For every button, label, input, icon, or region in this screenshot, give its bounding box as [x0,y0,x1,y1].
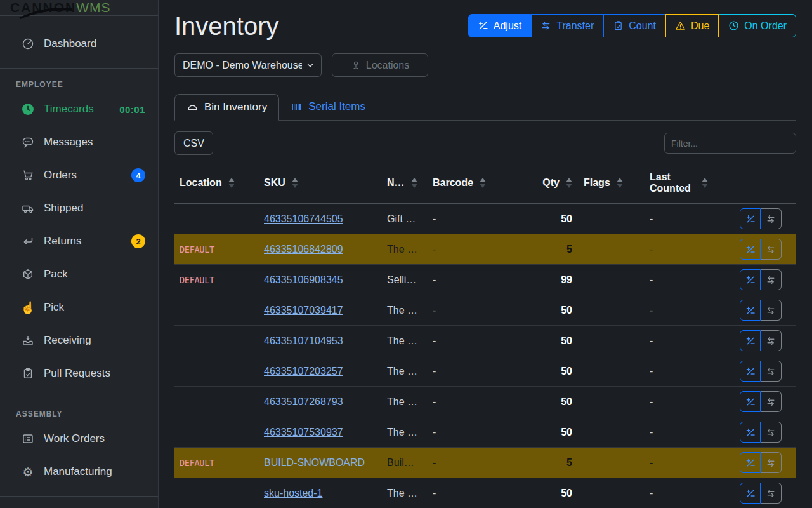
cell-name: Buil… [382,457,428,469]
sidebar-item-label: Returns [44,235,82,248]
cell-sku: 46335106908345 [259,274,382,286]
row-adjust-button[interactable] [740,330,761,351]
sku-link[interactable]: sku-hosted-1 [264,488,323,498]
column-header-barcode[interactable]: Barcode [428,177,502,189]
csv-export-button[interactable]: CSV [174,131,213,155]
adjust-icon [745,305,756,316]
sidebar-item-pick[interactable]: ☝ Pick [0,291,158,324]
sku-link[interactable]: BUILD-SNOWBOARD [264,457,365,468]
row-transfer-button[interactable] [761,422,782,443]
sidebar-item-timecards[interactable]: Timecards 00:01 [0,93,158,126]
cell-barcode: - [428,457,502,469]
cell-last-counted: - [638,335,727,347]
sku-link[interactable]: 46335107039417 [264,305,343,316]
cell-barcode: - [428,427,502,438]
row-transfer-button[interactable] [761,483,782,504]
row-transfer-button[interactable] [761,300,782,321]
column-header-qty[interactable]: Qty [502,177,572,189]
count-button[interactable]: Count [603,14,665,37]
sidebar-item-messages[interactable]: Messages [0,126,158,159]
sku-link[interactable]: 46335106842809 [264,244,343,255]
sidebar-item-returns[interactable]: Returns 2 [0,225,158,258]
row-transfer-button[interactable] [761,391,782,412]
sku-link[interactable]: 46335106908345 [264,274,343,285]
row-transfer-button[interactable] [761,239,782,260]
sidebar-nav: Dashboard EMPLOYEE Timecards 00:01 Messa… [0,16,158,508]
row-adjust-button[interactable] [740,269,761,290]
sku-link[interactable]: 46335106744505 [264,213,343,224]
sort-icon [702,178,708,188]
row-transfer-button[interactable] [761,330,782,351]
warehouse-select-value: DEMO - Demo Warehouse [183,60,302,71]
cell-actions [727,452,796,473]
warehouse-select[interactable]: DEMO - Demo Warehouse [174,53,322,77]
locations-button[interactable]: Locations [332,53,428,77]
sort-icon [480,178,486,188]
row-adjust-button[interactable] [740,391,761,412]
sku-link[interactable]: 46335107104953 [264,335,343,346]
sort-icon [228,178,235,188]
row-transfer-button[interactable] [761,269,782,290]
column-header-last-counted[interactable]: Last Counted [638,171,727,195]
row-adjust-button[interactable] [740,422,761,443]
sku-link[interactable]: 46335107268793 [264,396,343,407]
tab-bin-inventory[interactable]: Bin Inventory [174,94,279,121]
adjust-button[interactable]: Adjust [468,14,531,37]
sidebar-item-pull-requests[interactable]: Pull Requests [0,357,158,390]
count-clipboard-icon [613,20,624,31]
sidebar-item-label: Orders [44,169,77,182]
sidebar-item-label: Pick [44,301,64,314]
cell-qty: 50 [502,366,572,377]
tab-label: Bin Inventory [204,101,267,114]
row-adjust-button[interactable] [740,483,761,504]
cell-qty: 50 [502,488,572,499]
orders-badge: 4 [131,168,145,182]
tab-serial-items[interactable]: Serial Items [279,93,377,120]
divider [0,496,158,497]
cell-name: The … [382,396,428,408]
sidebar-item-receiving[interactable]: Receiving [0,324,158,357]
due-button[interactable]: Due [665,14,719,37]
column-header-name[interactable]: N… [382,177,428,189]
sidebar-item-manufacturing[interactable]: ⚙ Manufacturing [0,455,158,488]
card-list-icon [21,432,35,446]
transfer-icon [766,427,776,438]
sidebar-item-orders[interactable]: Orders 4 [0,159,158,192]
inventory-actions: Adjust Transfer Count Due [468,14,796,37]
row-transfer-button[interactable] [761,208,782,229]
divider [0,398,158,398]
sku-link[interactable]: 46335107530937 [264,427,343,438]
cell-sku: sku-hosted-1 [259,488,382,499]
on-order-button[interactable]: On Order [719,14,796,37]
clock-icon [21,102,35,116]
row-transfer-button[interactable] [761,361,782,382]
transfer-button[interactable]: Transfer [531,14,603,37]
cell-last-counted: - [638,305,727,316]
cell-last-counted: - [638,244,727,255]
filter-input[interactable] [664,133,796,154]
row-adjust-button[interactable] [740,208,761,229]
sidebar-item-pack[interactable]: Pack [0,258,158,291]
sidebar-item-work-orders[interactable]: Work Orders [0,422,158,455]
column-header-location[interactable]: Location [174,177,259,189]
table-row: DEFAULT 46335106842809 The … - 5 - [174,234,796,265]
cell-barcode: - [428,274,502,286]
cell-sku: 46335107530937 [259,427,382,438]
row-adjust-button[interactable] [740,239,761,260]
brand-logo[interactable]: CANNONWMS [0,0,158,16]
row-transfer-button[interactable] [761,452,782,473]
row-adjust-button[interactable] [740,300,761,321]
cell-last-counted: - [638,366,727,377]
column-header-sku[interactable]: SKU [259,177,382,189]
sidebar-item-dashboard[interactable]: Dashboard [0,27,158,60]
adjust-icon [745,458,756,468]
cell-sku: 46335107104953 [259,335,382,347]
sidebar-item-shipped[interactable]: Shipped [0,192,158,225]
adjust-icon [745,214,756,224]
row-adjust-button[interactable] [740,361,761,382]
row-adjust-button[interactable] [740,452,761,473]
sku-link[interactable]: 46335107203257 [264,366,343,377]
table-row: 46335107039417 The … - 50 - [174,295,796,326]
cell-qty: 99 [502,274,572,286]
column-header-flags[interactable]: Flags [572,177,638,189]
